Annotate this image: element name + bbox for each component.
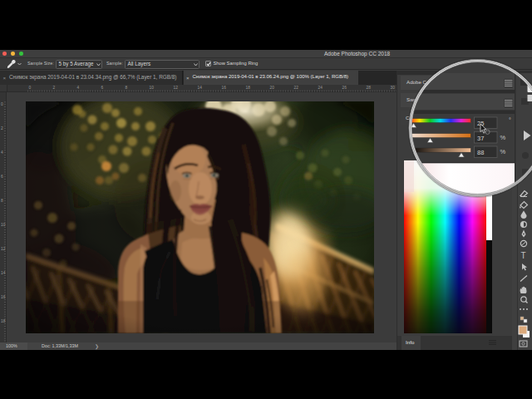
svg-text:88: 88 xyxy=(477,149,484,156)
svg-text:%: % xyxy=(500,134,506,141)
svg-text:%: % xyxy=(500,148,506,155)
svg-text:37: 37 xyxy=(477,135,484,142)
svg-text:°: ° xyxy=(509,117,511,123)
